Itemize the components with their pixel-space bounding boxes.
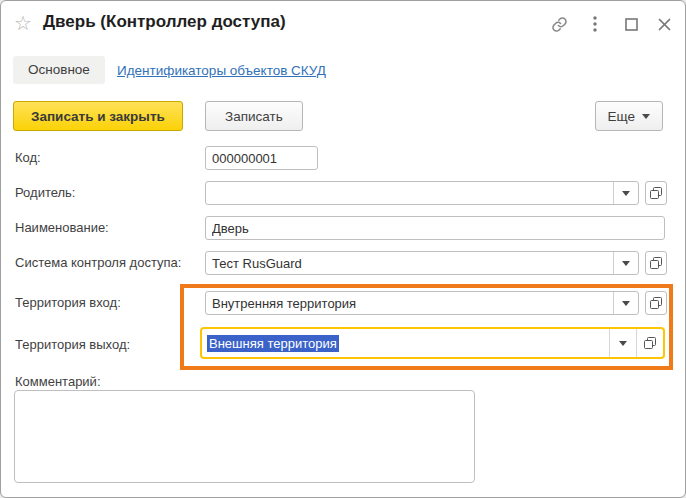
chain-link-icon: [551, 16, 568, 33]
more-actions-label: Еще: [608, 109, 635, 124]
name-input[interactable]: [205, 216, 665, 240]
more-menu-button[interactable]: [582, 12, 608, 36]
acs-label: Система контроля доступа:: [15, 255, 181, 271]
chevron-down-icon: [642, 114, 650, 119]
territory-out-label: Территория выход:: [15, 337, 130, 353]
territory-out-open-button[interactable]: [636, 329, 663, 357]
comment-textarea[interactable]: [14, 390, 475, 483]
territory-in-value: Внутренняя территория: [212, 295, 608, 312]
more-actions-button[interactable]: Еще: [595, 101, 663, 131]
save-and-close-button[interactable]: Записать и закрыть: [13, 101, 183, 131]
name-label: Наименование:: [15, 220, 109, 236]
territory-in-label: Территория вход:: [15, 295, 121, 311]
parent-combo-input[interactable]: [205, 181, 639, 205]
territory-out-combo-input[interactable]: Внешняя территория: [200, 327, 665, 359]
triangle-down-icon: [619, 341, 627, 346]
parent-open-button[interactable]: [645, 181, 667, 205]
overlapping-squares-icon: [644, 337, 656, 349]
tab-main[interactable]: Основное: [13, 56, 105, 84]
acs-combo-input[interactable]: Тест RusGuard: [205, 251, 639, 275]
territory-in-open-button[interactable]: [645, 291, 667, 315]
territory-out-value-selected: Внешняя территория: [207, 335, 339, 352]
tab-skud-identifiers[interactable]: Идентификаторы объектов СКУД: [117, 63, 326, 78]
territory-in-combo-input[interactable]: Внутренняя территория: [205, 291, 639, 315]
window-title: Дверь (Контроллер доступа): [43, 12, 286, 32]
acs-value: Тест RusGuard: [212, 255, 608, 272]
copy-link-button[interactable]: [546, 12, 572, 36]
overlapping-squares-icon: [650, 257, 662, 269]
comment-label: Комментарий:: [15, 374, 101, 390]
kebab-menu-icon: [592, 15, 598, 33]
parent-dropdown-button[interactable]: [613, 182, 638, 204]
parent-label: Родитель:: [15, 185, 75, 201]
close-x-icon: [658, 18, 671, 31]
triangle-down-icon: [622, 191, 630, 196]
maximize-square-icon: [625, 18, 638, 31]
code-label: Код:: [15, 150, 41, 166]
save-button[interactable]: Записать: [205, 101, 303, 131]
close-button[interactable]: [651, 12, 677, 36]
triangle-down-icon: [622, 301, 630, 306]
triangle-down-icon: [622, 261, 630, 266]
territory-out-dropdown-button[interactable]: [609, 329, 636, 357]
overlapping-squares-icon: [650, 297, 662, 309]
favorite-star-icon[interactable]: ☆: [14, 11, 32, 35]
acs-open-button[interactable]: [645, 251, 667, 275]
code-input[interactable]: [205, 146, 318, 170]
territory-in-dropdown-button[interactable]: [613, 292, 638, 314]
acs-dropdown-button[interactable]: [613, 252, 638, 274]
maximize-button[interactable]: [618, 12, 644, 36]
door-access-controller-window: ☆ Дверь (Контроллер доступа) Основное Ид: [0, 0, 686, 498]
overlapping-squares-icon: [650, 187, 662, 199]
